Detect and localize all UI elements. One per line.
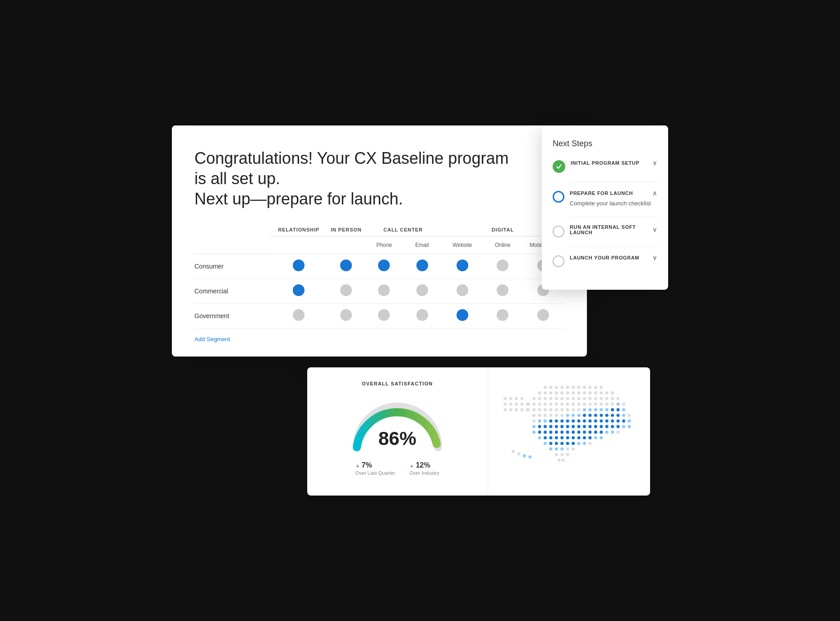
- svg-point-26: [538, 397, 541, 400]
- svg-point-148: [543, 436, 546, 440]
- cell-government-inperson: [327, 304, 365, 329]
- cell-government-phone: [365, 304, 403, 329]
- svg-point-176: [558, 459, 561, 462]
- step-launch-program[interactable]: LAUNCH YOUR PROGRAM ∨: [553, 254, 657, 267]
- cell-commercial-website: [441, 279, 484, 304]
- svg-point-181: [520, 397, 523, 400]
- svg-point-69: [582, 408, 586, 412]
- svg-point-43: [538, 403, 541, 406]
- svg-point-83: [566, 414, 569, 417]
- satisfaction-title: OVERALL SATISFACTION: [325, 381, 470, 386]
- step-prepare-label: PREPARE FOR LAUNCH ∧: [570, 190, 657, 197]
- cell-commercial-inperson: [327, 279, 365, 304]
- svg-point-119: [566, 425, 569, 428]
- cell-consumer-phone: [365, 254, 403, 279]
- svg-point-53: [594, 403, 597, 406]
- svg-point-147: [538, 436, 541, 440]
- svg-point-188: [509, 408, 512, 412]
- svg-point-20: [588, 391, 591, 394]
- svg-point-139: [577, 431, 580, 434]
- step-prepare-sublabel: Complete your launch checklist: [570, 199, 657, 208]
- svg-point-14: [554, 391, 558, 394]
- satisfaction-left: OVERALL SATISFACTION: [307, 367, 488, 496]
- step-launch-content: LAUNCH YOUR PROGRAM ∨: [570, 254, 657, 261]
- headline: Congratulations! Your CX Baseline progra…: [194, 148, 510, 209]
- cell-government-email: [403, 304, 441, 329]
- table-row: Government: [194, 304, 564, 329]
- svg-point-66: [566, 408, 569, 412]
- svg-point-5: [572, 386, 575, 389]
- svg-point-34: [582, 397, 586, 400]
- svg-point-155: [582, 436, 586, 440]
- svg-point-167: [588, 442, 591, 445]
- svg-point-37: [600, 397, 603, 400]
- svg-point-117: [554, 425, 558, 428]
- svg-point-185: [520, 403, 523, 406]
- sub-header-phone: Phone: [365, 236, 403, 254]
- step-initial-label: INITIAL PROGRAM SETUP ∨: [571, 159, 657, 167]
- step-active-icon: [553, 191, 564, 203]
- step-soft-launch[interactable]: RUN AN INTERNAL SOFT LAUNCH ∨: [553, 224, 657, 237]
- svg-point-42: [532, 403, 535, 406]
- svg-point-189: [515, 408, 518, 412]
- svg-point-46: [554, 403, 558, 406]
- svg-point-86: [582, 414, 586, 417]
- svg-point-102: [572, 420, 575, 423]
- svg-point-175: [566, 453, 569, 456]
- stat-value-industry: ▲ 12%: [410, 461, 439, 469]
- svg-point-88: [594, 414, 597, 417]
- svg-point-78: [538, 414, 541, 417]
- svg-point-170: [560, 448, 563, 451]
- svg-point-48: [566, 403, 569, 406]
- svg-point-57: [616, 403, 619, 406]
- svg-point-127: [611, 425, 614, 428]
- segment-table: RELATIONSHIP IN PERSON CALL CENTER DIGIT…: [194, 227, 564, 329]
- svg-point-108: [605, 420, 608, 423]
- arrow-up-icon: ▲: [355, 463, 360, 468]
- cell-government-mobile: [522, 304, 564, 329]
- segment-label-consumer: Consumer: [194, 254, 270, 279]
- svg-point-17: [572, 391, 575, 394]
- step-prepare-launch[interactable]: PREPARE FOR LAUNCH ∧ Complete your launc…: [553, 190, 657, 208]
- segment-label-government: Government: [194, 304, 270, 329]
- svg-point-171: [566, 448, 569, 451]
- svg-point-91: [611, 414, 614, 417]
- segment-label-commercial: Commercial: [194, 279, 270, 304]
- svg-point-136: [560, 431, 563, 434]
- svg-point-113: [532, 425, 535, 428]
- svg-point-159: [543, 442, 546, 445]
- svg-point-87: [588, 414, 591, 417]
- svg-point-134: [549, 431, 552, 434]
- col-header-empty: [194, 227, 270, 254]
- add-segment-link[interactable]: Add Segment: [194, 336, 230, 343]
- next-steps-title: Next Steps: [553, 139, 657, 148]
- svg-point-13: [549, 391, 552, 394]
- svg-point-62: [543, 408, 546, 412]
- svg-point-165: [577, 442, 580, 445]
- svg-point-81: [554, 414, 558, 417]
- svg-point-33: [577, 397, 580, 400]
- svg-point-51: [582, 403, 586, 406]
- svg-point-182: [503, 403, 507, 406]
- svg-point-84: [572, 414, 575, 417]
- svg-point-30: [560, 397, 563, 400]
- next-steps-panel: Next Steps INITIAL PROGRAM SETUP ∨ PREPA…: [542, 125, 668, 290]
- svg-point-158: [600, 436, 603, 440]
- svg-point-142: [594, 431, 597, 434]
- svg-point-93: [622, 414, 625, 417]
- svg-point-104: [582, 420, 586, 423]
- svg-point-112: [628, 420, 631, 423]
- step-launch-label: LAUNCH YOUR PROGRAM ∨: [570, 254, 657, 261]
- svg-point-96: [538, 420, 541, 423]
- svg-point-72: [600, 408, 603, 412]
- table-row: Commercial: [194, 279, 564, 304]
- stat-value-quarter: ▲ 7%: [355, 461, 395, 469]
- svg-point-143: [600, 431, 603, 434]
- svg-point-133: [543, 431, 546, 434]
- step-initial-setup[interactable]: INITIAL PROGRAM SETUP ∨: [553, 159, 657, 173]
- step-inactive-icon: [553, 226, 564, 237]
- step-initial-content: INITIAL PROGRAM SETUP ∨: [571, 159, 657, 167]
- svg-point-123: [588, 425, 591, 428]
- stat-label-industry: Over Industry: [410, 470, 439, 476]
- svg-point-135: [554, 431, 558, 434]
